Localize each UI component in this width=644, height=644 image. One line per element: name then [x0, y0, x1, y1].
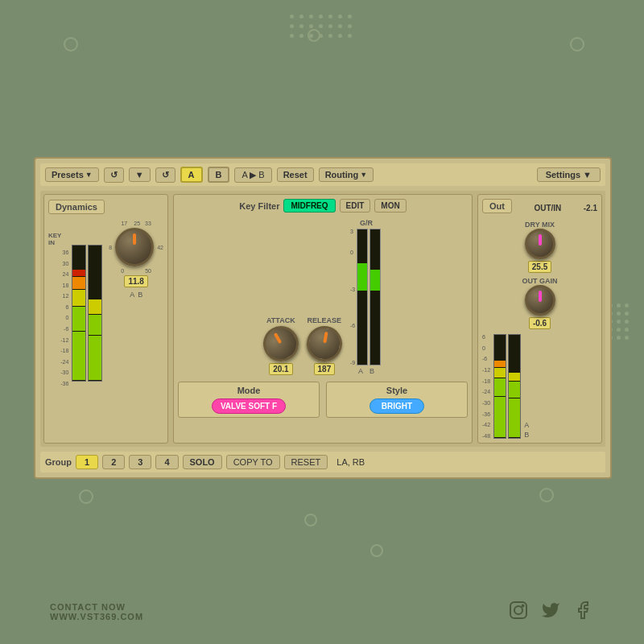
settings-button[interactable]: Settings ▼	[537, 167, 601, 182]
gr-scale-left: 30-3-6-9	[350, 229, 355, 365]
out-gain-knob-container: -0.6	[525, 285, 555, 329]
out-scale: 60-6-12-18-24-30-36-42-48	[482, 334, 490, 439]
circle-deco-1	[64, 37, 78, 52]
release-knob-container: RELEASE 187	[307, 316, 342, 375]
release-knob[interactable]	[303, 324, 345, 365]
edit-button[interactable]: EDIT	[340, 199, 371, 213]
presets-label: Presets	[52, 170, 84, 180]
out-in-label: OUT/IN	[534, 204, 561, 213]
main-dynamics-knob[interactable]	[115, 228, 154, 266]
twitter-icon[interactable]	[539, 599, 562, 621]
release-value: 187	[314, 363, 336, 375]
solo-button[interactable]: SOLO	[183, 455, 222, 469]
out-header: Out OUT/IN -2.1	[482, 199, 597, 217]
knob-scale-row: 8 42	[109, 228, 163, 266]
out-meter-bars	[493, 334, 521, 439]
routing-label: Routing	[325, 170, 359, 180]
knobs-row: ATTACK 20.1 RELEASE 187 G/R 30-3-6-9	[178, 219, 468, 375]
vu-scale: 363024181260-6-12-18-24-30-36	[60, 250, 68, 386]
bottom-bar: Group 1 2 3 4 SOLO COPY TO RESET LA, RB	[40, 452, 605, 473]
undo-button[interactable]: ↺	[104, 167, 124, 183]
attack-value: 20.1	[269, 363, 292, 375]
dry-mix-value: 25.5	[528, 261, 551, 273]
circle-deco-7	[370, 544, 383, 557]
out-section: Out OUT/IN -2.1 DRY MIX 25.5 OUT GAIN	[477, 194, 602, 444]
undo-down-button[interactable]: ▼	[129, 167, 151, 182]
routing-button[interactable]: Routing ▼	[319, 167, 374, 182]
settings-arrow-icon: ▼	[583, 170, 592, 180]
mode-box: Mode VALVE SOFT F	[178, 382, 320, 418]
attack-knob[interactable]	[257, 320, 305, 368]
key-in-meters	[72, 245, 102, 386]
circle-deco-2	[308, 29, 320, 42]
mon-button[interactable]: MON	[374, 199, 406, 213]
b-button[interactable]: B	[208, 167, 230, 183]
group-3-button[interactable]: 3	[129, 455, 151, 469]
contact-section: CONTACT NOW WWW.VST369.COM	[50, 602, 143, 621]
style-box: Style BRIGHT	[326, 382, 468, 418]
reset-button[interactable]: Reset	[277, 167, 314, 182]
instagram-icon[interactable]	[507, 599, 530, 621]
gr-meter-a	[357, 229, 368, 365]
main-knob-area: 172533 8 42 050 11.8 AB	[109, 221, 163, 386]
scale-42: 42	[157, 245, 163, 250]
social-icons	[507, 599, 594, 621]
redo-button[interactable]: ↺	[155, 167, 175, 183]
dots-decoration	[290, 14, 354, 40]
svg-point-2	[522, 605, 524, 607]
out-meter-a	[493, 334, 506, 439]
out-meters-area: 60-6-12-18-24-30-36-42-48	[482, 334, 597, 439]
routing-arrow-icon: ▼	[360, 171, 367, 179]
circle-deco-6	[539, 488, 554, 502]
attack-knob-container: ATTACK 20.1	[263, 316, 299, 375]
valve-soft-button[interactable]: VALVE SOFT F	[212, 398, 286, 414]
bright-button[interactable]: BRIGHT	[369, 398, 424, 414]
dry-mix-knob-wrap: 25.5	[482, 229, 597, 273]
gr-meter-b	[369, 229, 381, 365]
gr-meter-bars	[357, 229, 381, 365]
attack-label: ATTACK	[266, 316, 295, 324]
top-bar: Presets ▼ ↺ ▼ ↺ A B A ▶ B Reset Routing …	[40, 163, 605, 186]
dynamics-section: Dynamics KEY IN 363024181260-6-12-18-24-…	[43, 194, 168, 444]
circle-deco-4	[79, 489, 93, 504]
out-gain-knob-wrap: -0.6	[482, 285, 597, 329]
out-ab-labels: AB	[524, 334, 529, 439]
out-gain-knob[interactable]	[525, 285, 555, 316]
main-knob-value: 11.8	[124, 275, 147, 287]
key-in-meter-b	[88, 245, 102, 382]
ab-labels: AB	[130, 291, 142, 299]
facebook-icon[interactable]	[572, 599, 594, 621]
out-in-value: -2.1	[584, 204, 597, 213]
presets-arrow-icon: ▼	[85, 171, 93, 179]
middle-section: Key Filter MIDFREQ EDIT MON ATTACK 20.1 …	[173, 194, 473, 444]
group-2-button[interactable]: 2	[102, 455, 125, 469]
presets-button[interactable]: Presets ▼	[45, 167, 99, 182]
out-label: Out	[482, 199, 512, 213]
routing-value: LA, RB	[336, 457, 365, 467]
style-label: Style	[386, 386, 407, 395]
main-panel: Dynamics KEY IN 363024181260-6-12-18-24-…	[40, 191, 605, 447]
knob-scale-bottom: 050	[121, 268, 151, 274]
group-4-button[interactable]: 4	[155, 455, 178, 469]
dry-mix-knob[interactable]	[525, 229, 555, 259]
dry-mix-section: DRY MIX 25.5	[482, 221, 597, 273]
key-in-meter-a	[72, 245, 86, 382]
out-gain-section: OUT GAIN -0.6	[482, 277, 597, 329]
a-to-b-button[interactable]: A ▶ B	[234, 167, 271, 183]
dry-mix-label: DRY MIX	[482, 221, 597, 229]
gr-label: G/R	[360, 219, 373, 227]
copy-to-button[interactable]: COPY TO	[226, 455, 280, 469]
reset-bottom-button[interactable]: RESET	[284, 455, 328, 469]
svg-rect-0	[510, 602, 526, 618]
contact-label: CONTACT NOW	[50, 602, 143, 612]
midfreq-button[interactable]: MIDFREQ	[283, 199, 335, 213]
dry-mix-knob-container: 25.5	[525, 229, 555, 273]
gr-meter-section: G/R 30-3-6-9	[350, 219, 382, 375]
knob-scale-top: 172533	[121, 221, 151, 226]
group-1-button[interactable]: 1	[76, 455, 98, 469]
settings-label: Settings	[546, 170, 580, 180]
a-button[interactable]: A	[180, 167, 203, 183]
scale-8: 8	[109, 245, 112, 250]
svg-point-1	[514, 606, 522, 614]
out-meter-b	[508, 334, 521, 439]
